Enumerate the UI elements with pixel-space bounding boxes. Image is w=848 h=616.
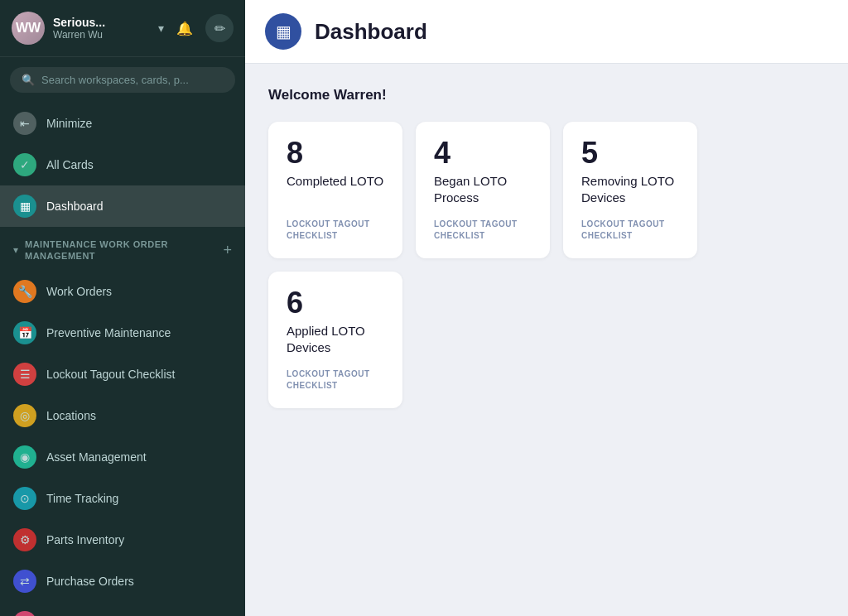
sidebar: WW Serious... Warren Wu ▾ 🔔 ✏ 🔍 Search w… [0,0,245,616]
content-area: Welcome Warren! 8 Completed LOTO LOCKOUT… [245,64,848,616]
edit-icon[interactable]: ✏ [205,14,234,42]
sidebar-item-label-preventive-maintenance: Preventive Maintenance [46,326,171,339]
section-chevron-icon[interactable]: ▾ [13,244,18,256]
stat-number-0: 8 [287,138,384,168]
sidebar-item-work-orders[interactable]: 🔧 Work Orders [0,271,245,312]
dashboard-page-icon: ▦ [265,13,301,50]
dashboard-nav-icon: ▦ [13,195,36,218]
sidebar-item-label-purchase-orders: Purchase Orders [46,575,134,588]
sidebar-item-label-asset-management: Asset Management [46,450,147,464]
stat-category-1: LOCKOUT TAGOUT CHECKLIST [434,219,532,242]
sidebar-item-purchase-orders[interactable]: ⇄ Purchase Orders [0,561,245,602]
sidebar-item-minimize[interactable]: ⇤ Minimize [0,103,245,144]
vendor-management-icon: 👥 [13,611,36,616]
stat-number-1: 4 [434,138,532,168]
all-cards-icon: ✓ [13,153,36,176]
stat-category-2: LOCKOUT TAGOUT CHECKLIST [581,219,679,242]
page-title: Dashboard [315,19,427,45]
minimize-icon: ⇤ [13,112,36,135]
time-tracking-icon: ⊙ [13,487,36,510]
stat-card-3: 6 Applied LOTO Devices LOCKOUT TAGOUT CH… [268,272,402,408]
stat-number-2: 5 [581,138,679,168]
section-title: MAINTENANCE WORK ORDER MANAGEMENT [25,238,223,262]
section-add-icon[interactable]: + [223,242,232,259]
search-bar[interactable]: 🔍 Search workspaces, cards, p... [10,67,235,93]
locations-icon: ◎ [13,404,36,427]
user-name: Serious... [53,16,150,29]
sidebar-item-label-minimize: Minimize [46,117,92,130]
asset-management-icon: ◉ [13,445,36,469]
search-placeholder: Search workspaces, cards, p... [41,74,189,86]
sidebar-item-label-all-cards: All Cards [46,158,94,171]
sidebar-item-label-lockout-tagout: Lockout Tagout Checklist [46,368,175,381]
stat-number-3: 6 [287,288,384,318]
stat-label-0: Completed LOTO [287,173,384,190]
main-content: ▦ Dashboard Welcome Warren! 8 Completed … [245,0,848,616]
sidebar-item-label-parts-inventory: Parts Inventory [46,533,124,546]
work-orders-icon: 🔧 [13,280,36,303]
chevron-down-icon[interactable]: ▾ [158,22,164,35]
sidebar-item-parts-inventory[interactable]: ⚙ Parts Inventory [0,519,245,561]
top-bar: ▦ Dashboard [245,0,848,64]
sidebar-item-locations[interactable]: ◎ Locations [0,395,245,436]
sidebar-item-asset-management[interactable]: ◉ Asset Management [0,436,245,478]
sidebar-item-time-tracking[interactable]: ⊙ Time Tracking [0,478,245,519]
stat-label-2: Removing LOTO Devices [581,173,679,205]
stat-category-0: LOCKOUT TAGOUT CHECKLIST [287,219,384,242]
preventive-maintenance-icon: 📅 [13,321,36,344]
parts-inventory-icon: ⚙ [13,528,36,551]
stat-card-2: 5 Removing LOTO Devices LOCKOUT TAGOUT C… [563,122,697,258]
search-icon: 🔍 [22,74,35,86]
stat-card-0: 8 Completed LOTO LOCKOUT TAGOUT CHECKLIS… [268,122,402,258]
sidebar-item-label-locations: Locations [46,409,96,422]
purchase-orders-icon: ⇄ [13,570,36,593]
sidebar-item-vendor-management[interactable]: 👥 Vendor Management [0,602,245,616]
stat-card-1: 4 Began LOTO Process LOCKOUT TAGOUT CHEC… [416,122,550,258]
sidebar-item-label-time-tracking: Time Tracking [46,492,118,505]
user-info: Serious... Warren Wu [53,16,150,41]
sidebar-item-dashboard[interactable]: ▦ Dashboard [0,185,245,227]
sidebar-item-preventive-maintenance[interactable]: 📅 Preventive Maintenance [0,312,245,354]
section-header: ▾ MAINTENANCE WORK ORDER MANAGEMENT + [0,230,245,271]
cards-grid: 8 Completed LOTO LOCKOUT TAGOUT CHECKLIS… [268,122,825,408]
sidebar-item-label-work-orders: Work Orders [46,285,112,298]
avatar[interactable]: WW [12,12,45,45]
stat-category-3: LOCKOUT TAGOUT CHECKLIST [287,368,384,392]
welcome-text: Welcome Warren! [268,87,825,103]
header-icons: ▾ 🔔 ✏ [158,14,234,42]
sidebar-item-label-dashboard: Dashboard [46,200,104,213]
user-sub: Warren Wu [53,29,150,41]
sidebar-header: WW Serious... Warren Wu ▾ 🔔 ✏ [0,0,245,57]
stat-label-1: Began LOTO Process [434,173,532,205]
sidebar-item-all-cards[interactable]: ✓ All Cards [0,144,245,185]
stat-label-3: Applied LOTO Devices [287,323,384,355]
sidebar-item-lockout-tagout[interactable]: ☰ Lockout Tagout Checklist [0,354,245,395]
lockout-tagout-icon: ☰ [13,363,36,386]
notification-bell-icon[interactable]: 🔔 [171,14,199,42]
